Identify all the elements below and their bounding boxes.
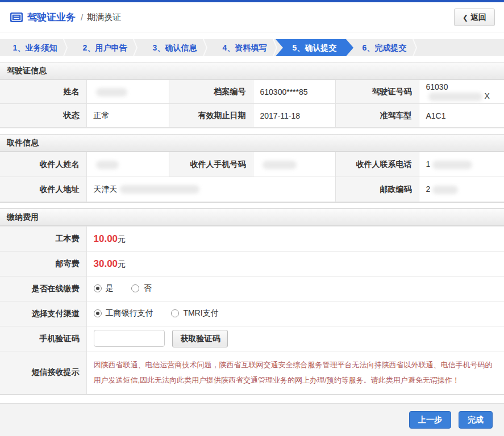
radio-label: 是 [106,283,114,294]
payment-channel-options: 工商银行支付 TMRI支付 [86,301,504,326]
postage-fee-amount: 30.00 [94,258,118,269]
table-row: 邮寄费 30.00元 [0,251,504,276]
redacted-value [428,93,482,101]
radio-yes-icon[interactable] [94,284,102,292]
tab-label: 4、资料填写 [223,43,267,52]
online-pay-no-option[interactable]: 否 [131,283,151,294]
field-value: 1 [419,152,504,177]
tab-separator-icon [411,39,418,56]
table-row: 是否在线缴费 是 否 [0,276,504,301]
page-title: 驾驶证业务 [27,11,76,24]
back-button-label: 返回 [470,12,486,23]
redacted-value [96,88,127,97]
get-code-button[interactable]: 获取验证码 [172,330,228,347]
table-row: 工本费 10.00元 [0,227,504,251]
tab-step-5-active[interactable]: 5、确认提交 [276,39,353,56]
previous-step-button[interactable]: 上一步 [409,411,451,429]
field-label: 邮寄费 [0,251,86,276]
fee-unit: 元 [118,259,126,269]
footer-action-bar: 上一步 完成 [0,403,504,436]
tab-label: 5、确认提交 [293,43,337,52]
field-value [253,152,335,177]
field-label: 是否在线缴费 [0,276,86,301]
tab-label: 2、用户申告 [83,43,127,52]
field-label: 短信接收提示 [0,351,86,395]
field-label: 工本费 [0,227,86,251]
field-label: 收件人地址 [0,177,86,202]
tab-step-3[interactable]: 3、确认信息 [140,39,210,56]
sms-notice-cell: 因陕西省联通、电信运营商技术问题，陕西省互联网交通安全综合服务管理平台无法向持陕… [86,351,504,395]
field-value: A1C1 [419,104,504,128]
section-title: 取件信息 [0,135,504,152]
payment-table: 工本费 10.00元 邮寄费 30.00元 是否在线缴费 是 否 选择支付渠道 … [0,226,504,395]
redacted-value [96,161,119,169]
radio-tmri-icon[interactable] [171,309,179,317]
value-suffix: X [485,91,490,100]
redacted-value [263,161,297,169]
field-value: 610300****85 [253,80,335,104]
tab-separator-icon [272,39,278,56]
field-value: 2017-11-18 [253,104,335,128]
tab-label: 1、业务须知 [13,43,57,52]
tab-separator-icon [132,39,139,56]
breadcrumb-separator: / [81,12,83,22]
page-header: 驾驶证业务 / 期满换证 ❮ 返回 [0,2,504,32]
online-pay-yes-option[interactable]: 是 [94,283,114,294]
table-row: 状态 正常 有效期止日期 2017-11-18 准驾车型 A1C1 [0,104,504,128]
radio-label: 工商银行支付 [106,308,153,318]
sms-notice-text: 因陕西省联通、电信运营商技术问题，陕西省互联网交通安全综合服务管理平台无法向持陕… [94,357,493,388]
production-fee-amount: 10.00 [94,233,118,244]
field-label: 手机验证码 [0,326,86,351]
field-value [86,80,169,104]
back-button[interactable]: ❮ 返回 [454,9,495,26]
field-value: 30.00元 [86,251,504,276]
step-tabs: 1、业务须知 2、用户申告 3、确认信息 4、资料填写 5、确认提交 6、完成提… [0,39,504,56]
field-label: 状态 [0,104,86,128]
section-title: 驾驶证信息 [0,62,504,79]
field-label: 驾驶证号码 [335,80,419,104]
redacted-value [432,186,458,194]
pickup-info-table: 收件人姓名 收件人手机号码 收件人联系电话 1 收件人地址 天津天 邮政编码 2 [0,152,504,202]
tab-step-2[interactable]: 2、用户申告 [70,39,140,56]
channel-tmri-option[interactable]: TMRI支付 [171,308,218,318]
license-info-section: 驾驶证信息 姓名 档案编号 610300****85 驾驶证号码 61030X … [0,62,504,128]
field-label: 邮政编码 [335,177,419,202]
field-label: 收件人联系电话 [335,152,419,177]
field-value: 61030X [419,80,504,104]
table-row: 短信接收提示 因陕西省联通、电信运营商技术问题，陕西省互联网交通安全综合服务管理… [0,351,504,395]
value-prefix: 2 [426,185,431,194]
tab-label: 3、确认信息 [153,43,197,52]
redacted-value [120,185,199,194]
table-row: 收件人姓名 收件人手机号码 收件人联系电话 1 [0,152,504,177]
field-value: 天津天 [86,177,335,202]
radio-no-icon[interactable] [131,284,139,292]
radio-label: TMRI支付 [183,308,218,318]
fee-unit: 元 [118,234,126,244]
field-label: 有效期止日期 [169,104,253,128]
online-payment-options: 是 否 [86,276,504,301]
table-row: 手机验证码 获取验证码 [0,326,504,351]
sms-code-input[interactable] [94,330,165,347]
radio-icbc-icon[interactable] [94,309,102,317]
tab-label: 6、完成提交 [363,43,407,52]
pickup-info-section: 取件信息 收件人姓名 收件人手机号码 收件人联系电话 1 收件人地址 天津天 邮… [0,134,504,203]
table-row: 收件人地址 天津天 邮政编码 2 [0,177,504,202]
field-value: 10.00元 [86,227,504,251]
field-label: 档案编号 [169,80,253,104]
field-label: 姓名 [0,80,86,104]
field-label: 收件人手机号码 [169,152,253,177]
table-row: 选择支付渠道 工商银行支付 TMRI支付 [0,301,504,326]
tab-separator-icon [202,39,209,56]
field-value: 正常 [86,104,169,128]
value-prefix: 1 [426,160,431,169]
tab-step-1[interactable]: 1、业务须知 [0,39,70,56]
tab-step-6[interactable]: 6、完成提交 [349,39,419,56]
finish-button[interactable]: 完成 [459,411,493,429]
field-label: 选择支付渠道 [0,301,86,326]
tab-step-4[interactable]: 4、资料填写 [210,39,280,56]
redacted-value [432,161,472,169]
channel-icbc-option[interactable]: 工商银行支付 [94,308,153,318]
back-chevron-icon: ❮ [463,14,468,22]
radio-label: 否 [143,283,151,294]
field-value [86,152,169,177]
